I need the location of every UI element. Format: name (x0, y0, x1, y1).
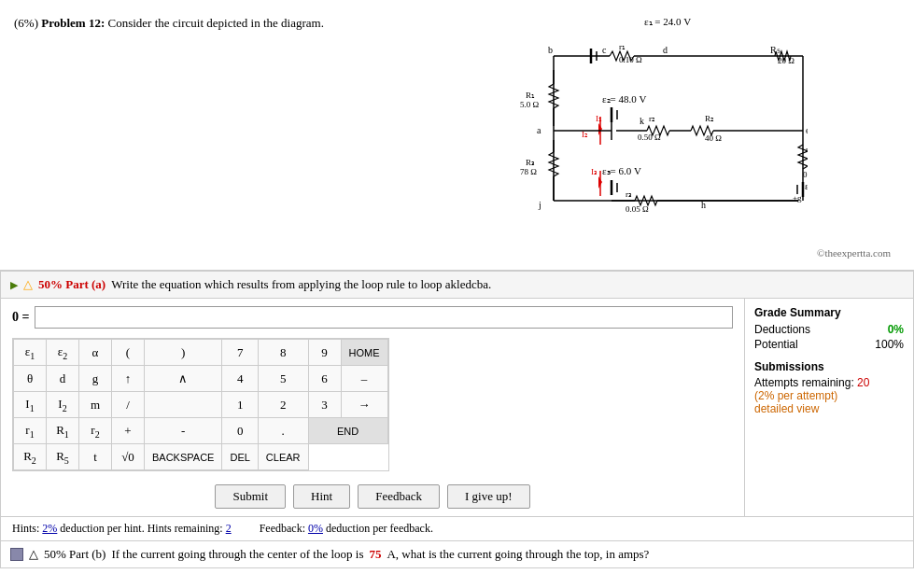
svg-text:0.20 Ω: 0.20 Ω (803, 170, 808, 179)
answer-section: ▶ △ 50% Part (a) Write the equation whic… (0, 271, 914, 568)
svg-text:j: j (538, 200, 541, 210)
key-close-paren[interactable]: ) (145, 340, 222, 366)
svg-text:a: a (537, 125, 541, 135)
part-b-label: 50% Part (b) (44, 547, 105, 562)
potential-row: Potential 100% (754, 338, 904, 351)
part-a-label: 50% Part (a) (38, 277, 105, 292)
key-epsilon1[interactable]: ε1 (14, 340, 47, 366)
content-area: 0 = ε1 ε2 α ( ) 7 8 9 HOME (1, 299, 913, 516)
svg-text:r₃: r₃ (626, 189, 632, 199)
key-home[interactable]: HOME (341, 340, 387, 366)
equation-input[interactable] (35, 306, 733, 329)
key-empty (145, 392, 222, 418)
circuit-diagram: ε₁ = 24.0 V b c r₁ d 0.10 Ω R₅ 20 Ω (481, 9, 808, 243)
key-r2[interactable]: r2 (79, 418, 112, 444)
svg-text:R₂: R₂ (705, 114, 714, 123)
key-uparrow[interactable]: ↑ (112, 366, 145, 392)
svg-text:b: b (548, 45, 553, 55)
problem-text: (6%) Problem 12: Consider the circuit de… (14, 9, 369, 33)
part-b-description2: A, what is the current going through the… (387, 547, 649, 562)
equation-label: 0 = (12, 310, 29, 325)
give-up-button[interactable]: I give up! (447, 484, 530, 509)
svg-text:0.05 Ω: 0.05 Ω (626, 204, 649, 214)
deductions-row: Deductions 0% (754, 323, 904, 336)
key-1[interactable]: 1 (222, 392, 258, 418)
key-0[interactable]: 0 (222, 418, 258, 444)
feedback-text: Feedback: 0% deduction per feedback. (260, 522, 433, 536)
key-m[interactable]: m (79, 392, 112, 418)
key-6[interactable]: 6 (308, 366, 341, 392)
key-I1[interactable]: I1 (14, 392, 47, 418)
hints-deduction-link[interactable]: 2% (42, 522, 57, 535)
key-2[interactable]: 2 (258, 392, 308, 418)
key-R2[interactable]: R2 (14, 444, 47, 470)
key-R5[interactable]: R5 (47, 444, 79, 470)
key-open-paren[interactable]: ( (112, 340, 145, 366)
left-content: 0 = ε1 ε2 α ( ) 7 8 9 HOME (1, 299, 745, 516)
hints-text: Hints: 2% deduction per hint. Hints rema… (12, 522, 232, 536)
svg-text:I₁: I₁ (596, 114, 602, 123)
submissions-label: Submissions (754, 360, 904, 373)
svg-text:r₂: r₂ (649, 114, 655, 123)
svg-text:ε₁ = 24.0 V: ε₁ = 24.0 V (644, 16, 691, 27)
deductions-label: Deductions (754, 323, 810, 336)
key-plus[interactable]: + (112, 418, 145, 444)
key-5[interactable]: 5 (258, 366, 308, 392)
hints-remaining-link[interactable]: 2 (226, 522, 232, 535)
key-t[interactable]: t (79, 444, 112, 470)
svg-text:20 Ω: 20 Ω (778, 56, 794, 65)
submit-button[interactable]: Submit (215, 484, 286, 509)
part-a-description: Write the equation which results from ap… (111, 277, 491, 292)
svg-text:0.50 Ω: 0.50 Ω (638, 133, 661, 142)
key-4[interactable]: 4 (222, 366, 258, 392)
key-slash[interactable]: / (112, 392, 145, 418)
key-backspace[interactable]: BACKSPACE (145, 444, 222, 470)
key-epsilon2[interactable]: ε2 (47, 340, 79, 366)
key-8[interactable]: 8 (258, 340, 308, 366)
copyright: ©theexpertta.com (817, 247, 891, 259)
key-minus[interactable]: - (145, 418, 222, 444)
key-caret[interactable]: ∧ (145, 366, 222, 392)
svg-text:e: e (806, 125, 808, 135)
key-g[interactable]: g (79, 366, 112, 392)
key-rightarrow[interactable]: → (341, 392, 387, 418)
svg-text:r₄: r₄ (806, 145, 808, 154)
key-sqrt[interactable]: √0 (112, 444, 145, 470)
detailed-view-row: detailed view (754, 402, 904, 415)
detailed-view-link[interactable]: detailed view (754, 402, 819, 415)
hints-row: Hints: 2% deduction per hint. Hints rema… (1, 516, 913, 540)
svg-text:ε₃= 6.0 V: ε₃= 6.0 V (602, 165, 641, 176)
key-alpha[interactable]: α (79, 340, 112, 366)
key-7[interactable]: 7 (222, 340, 258, 366)
svg-text:R₃: R₃ (526, 158, 535, 167)
part-b-warning-box (10, 548, 23, 561)
key-theta[interactable]: θ (14, 366, 47, 392)
circuit-area: ε₁ = 24.0 V b c r₁ d 0.10 Ω R₅ 20 Ω (387, 9, 900, 259)
feedback-button[interactable]: Feedback (358, 484, 440, 509)
key-end[interactable]: END (308, 418, 387, 444)
key-3[interactable]: 3 (308, 392, 341, 418)
key-R1[interactable]: R1 (47, 418, 79, 444)
attempts-label: Attempts remaining: (754, 376, 854, 389)
key-9[interactable]: 9 (308, 340, 341, 366)
svg-text:d: d (663, 45, 668, 55)
feedback-deduction-link[interactable]: 0% (308, 522, 323, 535)
key-d[interactable]: d (47, 366, 79, 392)
svg-text:c: c (602, 45, 607, 55)
key-del[interactable]: DEL (222, 444, 258, 470)
attempts-value[interactable]: 20 (857, 376, 869, 389)
key-r1[interactable]: r1 (14, 418, 47, 444)
key-clear[interactable]: CLEAR (258, 444, 308, 470)
per-attempt-row: (2% per attempt) (754, 389, 904, 402)
warning-icon-b: △ (29, 547, 38, 562)
svg-text:5.0 Ω: 5.0 Ω (520, 100, 540, 109)
key-dash[interactable]: – (341, 366, 387, 392)
svg-text:78 Ω: 78 Ω (520, 167, 537, 176)
problem-percent: (6%) (14, 16, 38, 30)
hint-button[interactable]: Hint (293, 484, 350, 509)
key-I2[interactable]: I2 (47, 392, 79, 418)
part-b-description: If the current going through the center … (111, 547, 363, 562)
per-attempt: (2% per attempt) (754, 389, 837, 402)
key-dot[interactable]: . (258, 418, 308, 444)
grade-summary-label: Grade Summary (754, 306, 904, 319)
